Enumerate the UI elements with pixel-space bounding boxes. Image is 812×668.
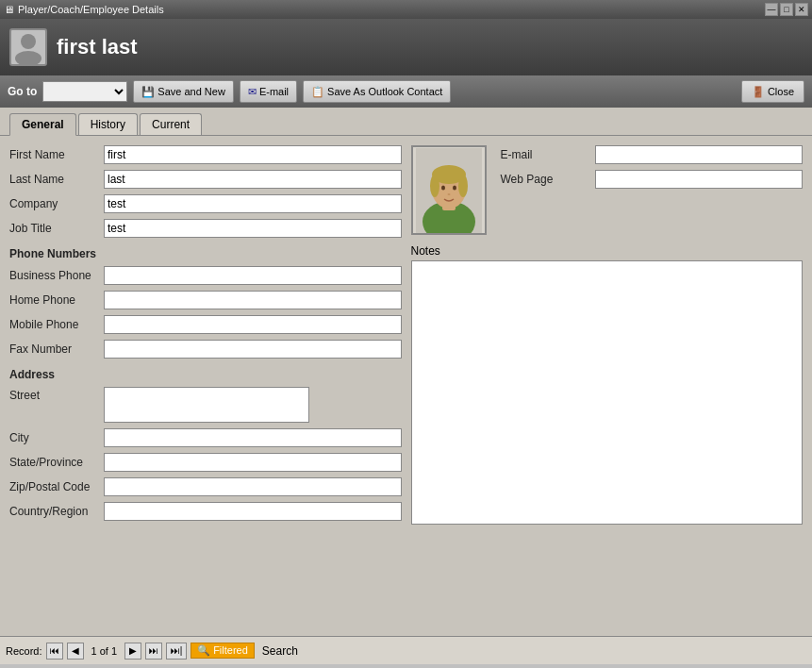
maximize-button[interactable]: □ (780, 3, 793, 16)
zip-input[interactable] (104, 477, 402, 496)
last-name-input[interactable] (104, 170, 402, 189)
country-input[interactable] (104, 502, 402, 521)
web-page-label: Web Page (501, 173, 595, 186)
last-name-row: Last Name (9, 170, 402, 189)
tab-bar: General History Current (0, 108, 812, 136)
header-icon (9, 28, 47, 66)
filter-icon: 🔍 (197, 644, 210, 656)
first-name-row: First Name (9, 145, 402, 164)
record-label: Record: (6, 645, 42, 657)
tab-general[interactable]: General (9, 113, 76, 136)
record-count: 1 of 1 (91, 645, 118, 657)
mobile-phone-row: Mobile Phone (9, 315, 402, 334)
business-phone-row: Business Phone (9, 266, 402, 285)
email-button[interactable]: ✉ E-mail (240, 80, 297, 103)
state-row: State/Province (9, 453, 402, 472)
filtered-badge: 🔍 Filtered (191, 643, 255, 659)
last-record-button[interactable]: ⏭ (145, 643, 162, 660)
svg-point-7 (430, 175, 439, 197)
fax-number-label: Fax Number (9, 342, 104, 356)
photo-contact-row: E-mail Web Page (411, 145, 804, 235)
avatar-image (416, 148, 482, 233)
business-phone-label: Business Phone (9, 269, 104, 282)
app-icon: 🖥 (4, 4, 14, 15)
street-input[interactable] (104, 387, 309, 423)
company-row: Company (9, 194, 402, 213)
svg-point-10 (453, 185, 456, 190)
company-input[interactable] (104, 194, 402, 213)
notes-textarea[interactable] (411, 260, 804, 525)
window-close-button[interactable]: ✕ (795, 3, 808, 16)
last-name-label: Last Name (9, 173, 104, 186)
state-input[interactable] (104, 453, 402, 472)
svg-point-11 (447, 193, 450, 195)
tab-history[interactable]: History (78, 113, 138, 135)
zip-row: Zip/Postal Code (9, 477, 402, 496)
mobile-phone-input[interactable] (104, 315, 402, 334)
address-section-title: Address (9, 368, 402, 381)
prev-record-button[interactable]: ◀ (67, 643, 84, 660)
business-phone-input[interactable] (104, 266, 402, 285)
search-label: Search (262, 644, 298, 658)
person-icon (11, 30, 45, 64)
mobile-phone-label: Mobile Phone (9, 318, 104, 331)
first-name-input[interactable] (104, 145, 402, 164)
home-phone-row: Home Phone (9, 291, 402, 309)
email-row: E-mail (501, 145, 804, 164)
save-new-button[interactable]: 💾 Save and New (133, 80, 234, 103)
left-panel: First Name Last Name Company Job Title P… (9, 145, 402, 527)
close-button[interactable]: 🚪 Close (741, 80, 804, 103)
save-outlook-button[interactable]: 📋 Save As Outlook Contact (303, 80, 451, 103)
status-bar: Record: ⏮ ◀ 1 of 1 ▶ ⏭ ⏭| 🔍 Filtered Sea… (0, 636, 812, 664)
first-record-button[interactable]: ⏮ (46, 643, 63, 660)
svg-point-9 (441, 185, 445, 190)
record-title: first last (57, 35, 138, 59)
window-title: Player/Coach/Employee Details (18, 4, 164, 15)
goto-label: Go to (8, 85, 37, 98)
notes-label: Notes (411, 244, 804, 258)
home-phone-input[interactable] (104, 291, 402, 309)
city-input[interactable] (104, 428, 402, 447)
right-panel: E-mail Web Page Notes (411, 145, 804, 527)
photo-box (411, 145, 487, 235)
email-web-fields: E-mail Web Page (501, 145, 804, 235)
toolbar: Go to 💾 Save and New ✉ E-mail 📋 Save As … (0, 75, 812, 108)
minimize-button[interactable]: — (765, 3, 778, 16)
job-title-input[interactable] (104, 219, 402, 238)
state-label: State/Province (9, 456, 104, 469)
home-phone-label: Home Phone (9, 293, 104, 307)
web-page-input[interactable] (595, 170, 804, 189)
main-content: First Name Last Name Company Job Title P… (0, 136, 812, 636)
country-label: Country/Region (9, 505, 104, 518)
fax-number-input[interactable] (104, 340, 402, 359)
svg-point-0 (21, 34, 36, 49)
save-new-icon: 💾 (141, 86, 155, 98)
outlook-icon: 📋 (311, 86, 324, 98)
phone-section-title: Phone Numbers (9, 247, 402, 260)
zip-label: Zip/Postal Code (9, 480, 104, 493)
email-icon: ✉ (248, 86, 257, 98)
close-icon: 🚪 (752, 86, 765, 98)
next-record-button[interactable]: ▶ (124, 643, 141, 660)
header-area: first last (0, 19, 812, 75)
job-title-row: Job Title (9, 219, 402, 238)
street-label: Street (9, 387, 104, 402)
goto-select[interactable] (42, 81, 127, 102)
tab-current[interactable]: Current (140, 113, 202, 135)
city-label: City (9, 431, 104, 444)
end-record-button[interactable]: ⏭| (166, 643, 187, 660)
street-row: Street (9, 387, 402, 423)
company-label: Company (9, 197, 104, 210)
country-row: Country/Region (9, 502, 402, 521)
job-title-label: Job Title (9, 222, 104, 235)
svg-point-1 (15, 51, 41, 64)
city-row: City (9, 428, 402, 447)
svg-point-8 (458, 175, 468, 197)
first-name-label: First Name (9, 148, 104, 161)
title-bar: 🖥 Player/Coach/Employee Details — □ ✕ (0, 0, 812, 19)
fax-number-row: Fax Number (9, 340, 402, 359)
web-page-row: Web Page (501, 170, 804, 189)
email-label: E-mail (501, 148, 595, 161)
email-input[interactable] (595, 145, 804, 164)
